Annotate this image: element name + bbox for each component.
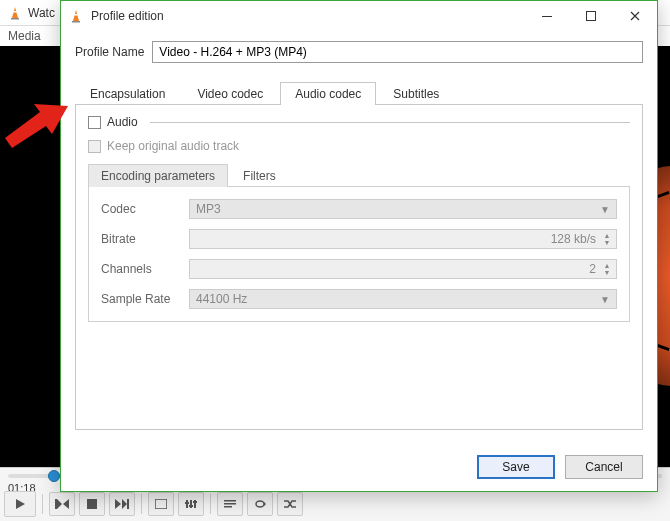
divider [150,122,630,123]
inner-tab-encoding[interactable]: Encoding parameters [88,164,228,187]
playlist-button[interactable] [217,492,243,516]
svg-marker-5 [57,499,62,509]
channels-label: Channels [101,262,181,276]
bitrate-spinbox[interactable]: 128 kb/s ▲▼ [189,229,617,249]
codec-tabrow: Encapsulation Video codec Audio codec Su… [75,81,643,104]
profile-name-input[interactable] [152,41,643,63]
samplerate-value: 44100 Hz [196,292,247,306]
inner-tab-filters[interactable]: Filters [230,164,289,187]
tab-encapsulation[interactable]: Encapsulation [75,82,180,105]
loop-button[interactable] [247,492,273,516]
tab-video-codec[interactable]: Video codec [182,82,278,105]
main-window-title: Watc [28,6,55,20]
tab-content: Audio Keep original audio track Encoding… [75,104,643,430]
channels-value: 2 [196,262,600,276]
svg-rect-4 [55,499,57,509]
profile-edition-dialog: Profile edition Profile Name Encapsulati… [60,0,658,492]
audio-checkbox-label: Audio [107,115,138,129]
prev-button[interactable] [49,492,75,516]
cancel-button[interactable]: Cancel [565,455,643,479]
chevron-down-icon: ▼ [598,294,612,305]
svg-marker-6 [63,499,69,509]
audio-checkbox[interactable] [88,116,101,129]
svg-marker-8 [115,499,121,509]
close-button[interactable] [613,2,657,30]
seek-knob[interactable] [48,470,60,482]
svg-rect-19 [224,503,236,505]
samplerate-combo[interactable]: 44100 Hz ▼ [189,289,617,309]
svg-rect-1 [11,18,19,20]
svg-rect-7 [87,499,97,509]
minimize-button[interactable] [525,2,569,30]
svg-rect-23 [72,21,80,23]
svg-rect-26 [587,12,596,21]
svg-rect-24 [74,14,78,16]
samplerate-label: Sample Rate [101,292,181,306]
keep-original-checkbox [88,140,101,153]
codec-combo[interactable]: MP3 ▼ [189,199,617,219]
fullscreen-button[interactable] [148,492,174,516]
vlc-cone-icon [69,9,83,23]
chevron-down-icon: ▼ [598,204,612,215]
svg-rect-10 [127,499,129,509]
vlc-cone-icon [8,6,22,20]
dialog-title: Profile edition [91,9,164,23]
bitrate-value: 128 kb/s [196,232,600,246]
stepper-icon: ▲▼ [600,261,614,277]
keep-original-label: Keep original audio track [107,139,239,153]
encoding-parameters-panel: Codec MP3 ▼ Bitrate 128 kb/s ▲▼ [88,186,630,322]
stop-button[interactable] [79,492,105,516]
svg-rect-15 [185,502,189,504]
shuffle-button[interactable] [277,492,303,516]
tab-subtitles[interactable]: Subtitles [378,82,454,105]
inner-tabrow: Encoding parameters Filters [88,163,630,186]
codec-label: Codec [101,202,181,216]
dialog-titlebar: Profile edition [61,1,657,31]
maximize-button[interactable] [569,2,613,30]
svg-rect-17 [193,501,197,503]
dialog-footer: Save Cancel [61,445,657,491]
svg-rect-20 [224,506,232,508]
stepper-icon: ▲▼ [600,231,614,247]
next-button[interactable] [109,492,135,516]
channels-spinbox[interactable]: 2 ▲▼ [189,259,617,279]
svg-rect-16 [189,505,193,507]
tab-audio-codec[interactable]: Audio codec [280,82,376,105]
bitrate-label: Bitrate [101,232,181,246]
svg-rect-11 [155,499,167,509]
svg-marker-21 [264,502,266,506]
extended-settings-button[interactable] [178,492,204,516]
play-button[interactable] [4,491,36,517]
svg-rect-25 [542,16,552,17]
menu-media[interactable]: Media [8,29,41,43]
svg-marker-9 [122,499,127,509]
codec-value: MP3 [196,202,221,216]
svg-rect-18 [224,500,236,502]
save-button[interactable]: Save [477,455,555,479]
svg-rect-2 [13,11,17,13]
profile-name-label: Profile Name [75,45,144,59]
svg-marker-3 [16,499,25,509]
